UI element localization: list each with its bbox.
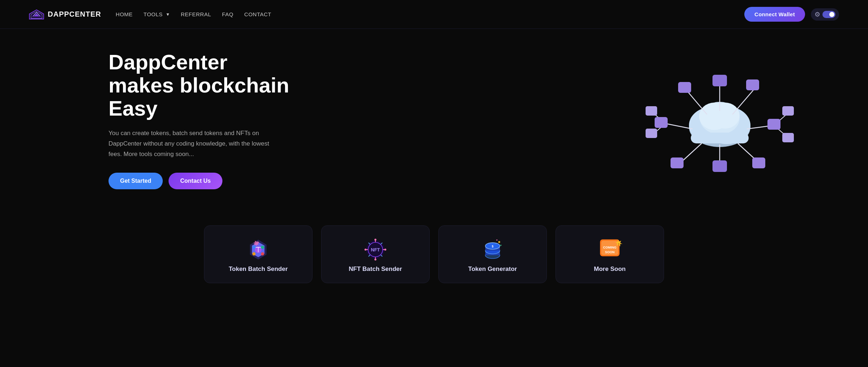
svg-point-53: [384, 249, 386, 250]
svg-text:$: $: [492, 245, 494, 248]
navbar: DAPPCENTER HOME TOOLS ▼ REFERRAL FAQ CON…: [0, 0, 868, 29]
card-title-more-soon: More Soon: [594, 265, 626, 273]
card-title-nft-batch: NFT Batch Sender: [349, 265, 402, 273]
token-batch-icon: [247, 238, 270, 261]
card-nft-batch-sender[interactable]: NFT NFT Batch Sender: [321, 225, 430, 283]
connect-wallet-button[interactable]: Connect Wallet: [744, 7, 805, 22]
svg-text:!: !: [618, 242, 620, 246]
nav-item-contact[interactable]: CONTACT: [244, 11, 271, 18]
settings-toggle[interactable]: ⚙: [811, 8, 839, 21]
svg-rect-26: [671, 157, 684, 168]
svg-text:NFT: NFT: [371, 247, 380, 252]
svg-point-7: [711, 103, 740, 129]
contact-us-button[interactable]: Contact Us: [169, 173, 222, 189]
brand-name: DAPPCENTER: [48, 10, 101, 18]
tools-dropdown-chevron: ▼: [166, 12, 170, 17]
svg-rect-30: [782, 133, 794, 142]
svg-rect-27: [712, 160, 727, 172]
svg-rect-31: [646, 106, 657, 116]
svg-line-11: [732, 89, 754, 115]
hero-content: DappCenter makes blockchain Easy You can…: [109, 51, 297, 189]
card-more-soon[interactable]: COMING SOON ! More Soon: [556, 225, 664, 283]
theme-toggle[interactable]: [822, 11, 835, 18]
svg-point-38: [261, 246, 264, 249]
svg-line-12: [665, 124, 693, 129]
nav-item-referral[interactable]: REFERRAL: [181, 11, 211, 18]
cards-section: Token Batch Sender NFT: [0, 211, 868, 305]
svg-rect-28: [752, 157, 765, 168]
hero-section: DappCenter makes blockchain Easy You can…: [0, 29, 868, 211]
logo-icon: [29, 9, 44, 20]
svg-line-10: [687, 91, 707, 115]
card-token-batch-sender[interactable]: Token Batch Sender: [204, 225, 312, 283]
svg-point-51: [374, 259, 376, 260]
svg-text:SOON: SOON: [605, 250, 615, 254]
nav-item-home[interactable]: HOME: [116, 11, 133, 18]
hero-illustration: [644, 55, 796, 185]
svg-point-68: [496, 239, 498, 241]
logo[interactable]: DAPPCENTER: [29, 9, 101, 20]
nav-item-tools[interactable]: TOOLS ▼: [144, 11, 170, 17]
svg-point-37: [252, 246, 256, 249]
card-title-token-gen: Token Generator: [468, 265, 517, 273]
svg-rect-25: [767, 119, 780, 130]
hero-description: You can create tokens, batch send tokens…: [109, 128, 275, 160]
svg-point-40: [261, 252, 264, 255]
nav-item-faq[interactable]: FAQ: [222, 11, 234, 18]
svg-rect-24: [655, 117, 668, 128]
gear-icon: ⚙: [814, 10, 820, 18]
card-token-generator[interactable]: $ Token Generator: [438, 225, 547, 283]
hero-title: DappCenter makes blockchain Easy: [109, 51, 297, 120]
svg-point-69: [500, 245, 502, 246]
svg-point-52: [365, 249, 366, 250]
svg-point-50: [374, 239, 376, 241]
nft-batch-icon: NFT: [364, 238, 387, 261]
nav-right: Connect Wallet ⚙: [744, 7, 839, 22]
get-started-button[interactable]: Get Started: [109, 173, 163, 189]
cloud-network-svg: [644, 55, 796, 185]
svg-rect-21: [712, 75, 727, 86]
svg-rect-8: [691, 133, 749, 143]
svg-rect-29: [782, 106, 794, 116]
svg-point-67: [498, 241, 500, 243]
hero-buttons: Get Started Contact Us: [109, 173, 297, 189]
svg-text:COMING: COMING: [603, 246, 617, 249]
svg-point-39: [252, 252, 256, 255]
svg-rect-32: [646, 129, 657, 138]
card-title-token-batch: Token Batch Sender: [229, 265, 288, 273]
nav-links: HOME TOOLS ▼ REFERRAL FAQ CONTACT: [116, 11, 271, 18]
token-gen-icon: $: [481, 238, 504, 261]
coming-soon-icon: COMING SOON !: [597, 235, 623, 261]
svg-rect-22: [678, 82, 691, 93]
svg-rect-23: [746, 79, 759, 90]
